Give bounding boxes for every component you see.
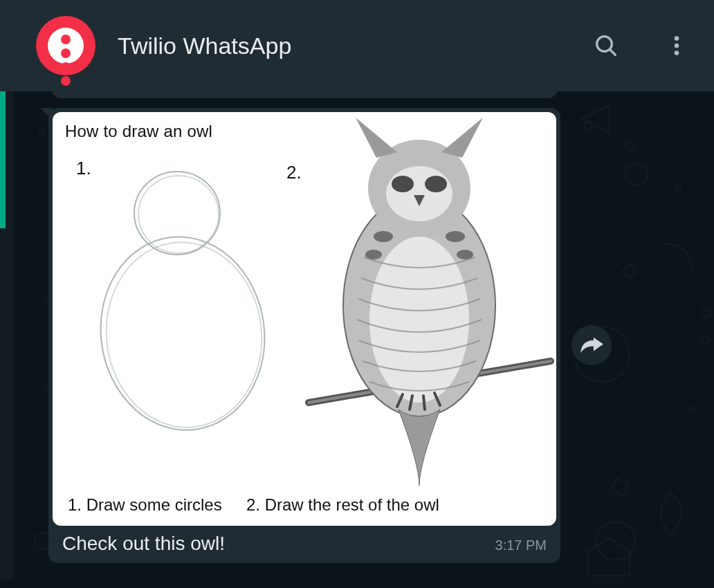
svg-point-35 bbox=[457, 250, 473, 259]
search-icon[interactable] bbox=[592, 32, 620, 59]
svg-point-4 bbox=[675, 50, 679, 55]
incoming-message-bubble[interactable]: How to draw an owl 1. 2. bbox=[48, 108, 560, 563]
svg-point-31 bbox=[425, 176, 447, 192]
svg-point-10 bbox=[689, 407, 695, 412]
svg-point-33 bbox=[446, 231, 465, 242]
svg-point-5 bbox=[39, 130, 44, 136]
svg-point-27 bbox=[369, 237, 469, 403]
svg-point-34 bbox=[365, 250, 382, 259]
svg-point-18 bbox=[596, 522, 635, 560]
message-timestamp: 3:17 PM bbox=[495, 538, 547, 555]
svg-point-2 bbox=[675, 36, 679, 41]
chat-area: How to draw an owl 1. 2. bbox=[14, 91, 714, 588]
message-text-row: Check out this owl! 3:17 PM bbox=[53, 526, 556, 556]
attachment-step-1-sketch bbox=[73, 154, 281, 479]
sidebar-active-indicator bbox=[0, 91, 6, 228]
svg-point-3 bbox=[675, 44, 679, 48]
chat-title[interactable]: Twilio WhatsApp bbox=[118, 33, 592, 59]
svg-line-1 bbox=[610, 49, 615, 55]
attachment-caption-1: 1. Draw some circles bbox=[68, 495, 222, 515]
svg-point-15 bbox=[625, 143, 634, 151]
svg-point-8 bbox=[675, 185, 681, 191]
twilio-logo-icon bbox=[48, 28, 84, 64]
svg-point-29 bbox=[386, 166, 452, 221]
svg-point-16 bbox=[702, 309, 710, 317]
contact-avatar[interactable] bbox=[36, 16, 95, 75]
svg-point-17 bbox=[702, 336, 710, 344]
forward-button[interactable] bbox=[571, 325, 612, 365]
svg-point-32 bbox=[374, 231, 393, 242]
svg-point-7 bbox=[625, 163, 648, 185]
svg-point-22 bbox=[138, 176, 219, 253]
forward-icon bbox=[580, 333, 603, 357]
message-image-attachment[interactable]: How to draw an owl 1. 2. bbox=[53, 112, 556, 526]
attachment-caption-2: 2. Draw the rest of the owl bbox=[246, 495, 439, 515]
attachment-title: How to draw an owl bbox=[65, 122, 212, 141]
kebab-menu-icon[interactable] bbox=[664, 33, 689, 58]
previous-message-bubble-edge bbox=[51, 91, 558, 98]
message-text: Check out this owl! bbox=[62, 533, 484, 555]
header-actions bbox=[592, 32, 689, 59]
chat-header: Twilio WhatsApp bbox=[0, 0, 714, 91]
attachment-step-2-owl-drawing bbox=[281, 112, 556, 499]
svg-point-23 bbox=[89, 226, 277, 441]
svg-point-30 bbox=[392, 176, 414, 192]
